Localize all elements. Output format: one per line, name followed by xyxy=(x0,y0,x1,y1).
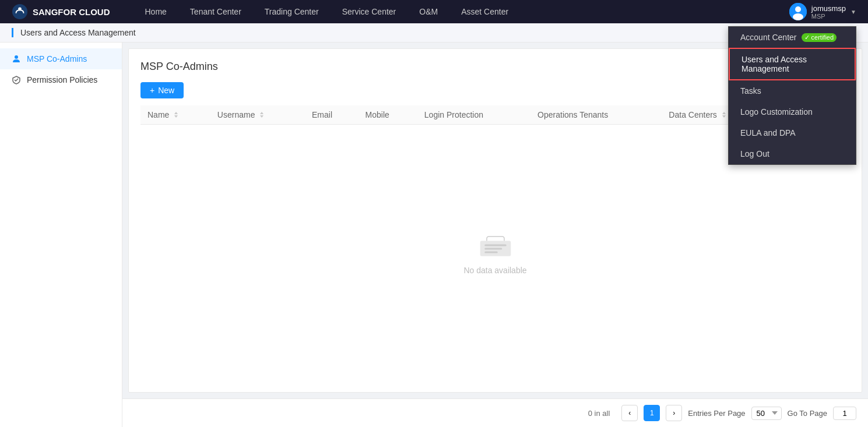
entries-per-page-label: Entries Per Page xyxy=(688,409,745,418)
certified-badge: ✓ certified xyxy=(802,33,837,42)
logo-customization-label: Logo Customization xyxy=(740,107,813,117)
logo-icon xyxy=(12,3,28,20)
dropdown-account-center[interactable]: Account Center ✓ certified xyxy=(729,27,856,48)
dropdown-logo-customization[interactable]: Logo Customization xyxy=(729,101,856,122)
page-1-button[interactable]: 1 xyxy=(644,405,660,421)
pagination-total: 0 in all xyxy=(588,409,610,418)
col-username: Username xyxy=(210,105,305,125)
sidebar-item-label-msp-co-admins: MSP Co-Admins xyxy=(27,54,87,63)
sidebar-item-msp-co-admins[interactable]: MSP Co-Admins xyxy=(0,48,122,69)
person-icon xyxy=(12,54,21,63)
breadcrumb-divider xyxy=(12,28,13,37)
empty-state-icon xyxy=(478,231,513,260)
avatar-icon xyxy=(789,3,807,20)
dropdown-tasks[interactable]: Tasks xyxy=(729,80,856,101)
empty-state-text: No data available xyxy=(463,266,526,275)
log-out-label: Log Out xyxy=(740,149,769,158)
account-center-label: Account Center xyxy=(740,33,797,42)
nav-asset-center[interactable]: Asset Center xyxy=(449,0,520,23)
prev-page-button[interactable]: ‹ xyxy=(621,405,638,421)
sidebar-item-permission-policies[interactable]: Permission Policies xyxy=(0,69,122,90)
nav-om[interactable]: O&M xyxy=(407,0,449,23)
pagination-bar: 0 in all ‹ 1 › Entries Per Page 10 20 50… xyxy=(122,398,868,427)
dropdown-log-out[interactable]: Log Out xyxy=(729,143,856,164)
col-name: Name xyxy=(140,105,210,125)
user-name: jomusmsp xyxy=(811,4,846,13)
app-logo[interactable]: SANGFOR CLOUD xyxy=(12,3,110,20)
sidebar: MSP Co-Admins Permission Policies xyxy=(0,43,122,427)
shield-icon xyxy=(12,75,21,84)
goto-page-input[interactable] xyxy=(833,407,856,420)
dropdown-users-access[interactable]: Users and Access Management xyxy=(729,48,856,80)
col-mobile: Mobile xyxy=(359,105,417,125)
nav-tenant-center[interactable]: Tenant Center xyxy=(178,0,253,23)
user-dropdown-menu: Account Center ✓ certified Users and Acc… xyxy=(728,26,856,165)
col-login-protection: Login Protection xyxy=(417,105,530,125)
sort-icon-username[interactable] xyxy=(259,112,264,118)
svg-point-3 xyxy=(795,6,801,12)
eula-dpa-label: EULA and DPA xyxy=(740,128,796,137)
tasks-label: Tasks xyxy=(740,86,761,96)
chevron-down-icon: ▼ xyxy=(851,9,856,15)
nav-service-center[interactable]: Service Center xyxy=(331,0,408,23)
new-button-label: New xyxy=(158,86,174,95)
users-access-label: Users and Access Management xyxy=(742,55,843,73)
next-page-button[interactable]: › xyxy=(666,405,682,421)
svg-rect-9 xyxy=(484,251,498,253)
sort-icon-name[interactable] xyxy=(174,112,178,118)
sidebar-item-label-permission-policies: Permission Policies xyxy=(27,75,97,84)
entries-per-page-select[interactable]: 10 20 50 100 xyxy=(751,407,782,420)
svg-point-0 xyxy=(12,4,27,19)
avatar xyxy=(789,3,807,20)
svg-rect-8 xyxy=(484,248,502,249)
col-operations-tenants: Operations Tenants xyxy=(530,105,662,125)
svg-point-5 xyxy=(15,55,18,59)
nav-home[interactable]: Home xyxy=(133,0,178,23)
svg-point-1 xyxy=(18,8,22,11)
new-button[interactable]: + New xyxy=(140,82,184,98)
top-navigation: SANGFOR CLOUD Home Tenant Center Trading… xyxy=(0,0,868,23)
nav-trading-center[interactable]: Trading Center xyxy=(253,0,331,23)
goto-page-label: Go To Page xyxy=(788,409,827,418)
app-title: SANGFOR CLOUD xyxy=(33,7,110,17)
svg-point-4 xyxy=(793,13,803,20)
user-info: jomusmsp MSP xyxy=(811,4,846,20)
sort-icon-data-centers[interactable] xyxy=(722,112,726,118)
svg-rect-7 xyxy=(484,244,507,246)
user-role: MSP xyxy=(811,13,825,20)
dropdown-eula-dpa[interactable]: EULA and DPA xyxy=(729,122,856,143)
user-menu-trigger[interactable]: jomusmsp MSP ▼ Account Center ✓ certifie… xyxy=(789,3,856,20)
nav-links: Home Tenant Center Trading Center Servic… xyxy=(133,0,789,23)
plus-icon: + xyxy=(150,86,154,95)
breadcrumb-text: Users and Access Management xyxy=(20,28,136,37)
col-email: Email xyxy=(305,105,359,125)
